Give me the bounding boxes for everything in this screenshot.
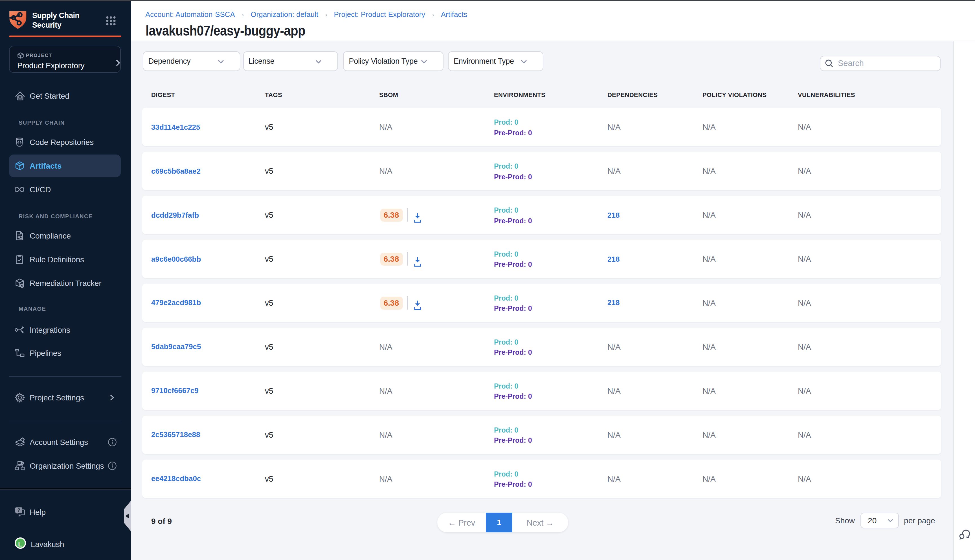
svg-text:?: ? (17, 508, 20, 513)
